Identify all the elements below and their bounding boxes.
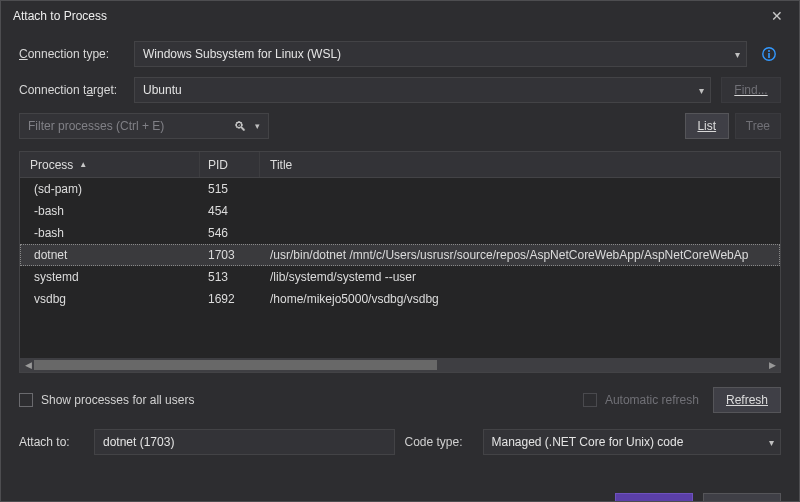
connection-target-combo[interactable]: Ubuntu ▾ xyxy=(134,77,711,103)
cell-process: -bash xyxy=(20,204,200,218)
cell-pid: 1703 xyxy=(200,248,260,262)
cell-title: /lib/systemd/systemd --user xyxy=(260,270,780,284)
title-bar: Attach to Process ✕ xyxy=(1,1,799,31)
scroll-thumb[interactable] xyxy=(34,360,437,370)
view-tree-button: Tree xyxy=(735,113,781,139)
search-icon[interactable]: 🔍︎ xyxy=(230,119,250,134)
process-table: Process ▲ PID Title (sd-pam)515-bash454-… xyxy=(19,151,781,373)
window-title: Attach to Process xyxy=(13,9,107,23)
cell-pid: 513 xyxy=(200,270,260,284)
cell-process: systemd xyxy=(20,270,200,284)
table-row[interactable]: vsdbg1692/home/mikejo5000/vsdbg/vsdbg xyxy=(20,288,780,310)
info-icon[interactable] xyxy=(757,42,781,66)
view-list-button[interactable]: List xyxy=(685,113,729,139)
connection-target-row: Connection target: Ubuntu ▾ Find... xyxy=(19,77,781,103)
attach-to-label: Attach to: xyxy=(19,435,84,449)
col-header-process[interactable]: Process ▲ xyxy=(20,152,200,177)
chevron-down-icon: ▾ xyxy=(699,85,704,96)
close-button[interactable]: ✕ xyxy=(763,5,791,27)
cell-process: dotnet xyxy=(20,248,200,262)
code-type-combo[interactable]: Managed (.NET Core for Unix) code ▾ xyxy=(483,429,782,455)
chevron-down-icon: ▾ xyxy=(769,437,774,448)
cell-process: -bash xyxy=(20,226,200,240)
table-row[interactable]: systemd513/lib/systemd/systemd --user xyxy=(20,266,780,288)
checkbox-icon xyxy=(19,393,33,407)
scroll-track[interactable] xyxy=(34,360,766,370)
filter-input[interactable]: Filter processes (Ctrl + E) 🔍︎ ▾ xyxy=(19,113,269,139)
connection-type-value: Windows Subsystem for Linux (WSL) xyxy=(143,47,341,61)
options-row: Show processes for all users Automatic r… xyxy=(19,387,781,413)
attach-to-row: Attach to: dotnet (1703) Code type: Mana… xyxy=(19,429,781,455)
table-body: (sd-pam)515-bash454-bash546dotnet1703/us… xyxy=(20,178,780,358)
table-row[interactable]: (sd-pam)515 xyxy=(20,178,780,200)
filter-placeholder: Filter processes (Ctrl + E) xyxy=(28,119,230,133)
col-header-pid[interactable]: PID xyxy=(200,152,260,177)
table-row[interactable]: -bash546 xyxy=(20,222,780,244)
connection-target-label: Connection target: xyxy=(19,83,124,97)
cell-process: (sd-pam) xyxy=(20,182,200,196)
sort-asc-icon: ▲ xyxy=(79,160,87,169)
cell-title: /home/mikejo5000/vsdbg/vsdbg xyxy=(260,292,780,306)
chevron-down-icon[interactable]: ▾ xyxy=(250,121,264,131)
show-all-users-checkbox[interactable]: Show processes for all users xyxy=(19,393,194,407)
svg-rect-2 xyxy=(768,53,770,58)
code-type-label: Code type: xyxy=(405,435,473,449)
cell-pid: 515 xyxy=(200,182,260,196)
connection-type-label: Connection type: xyxy=(19,47,124,61)
close-icon: ✕ xyxy=(771,8,783,24)
svg-point-1 xyxy=(768,50,770,52)
table-row[interactable]: dotnet1703/usr/bin/dotnet /mnt/c/Users/u… xyxy=(20,244,780,266)
checkbox-icon xyxy=(583,393,597,407)
refresh-button[interactable]: Refresh xyxy=(713,387,781,413)
dialog-footer: Report a problem Attach Cancel xyxy=(19,493,781,502)
table-row[interactable]: -bash454 xyxy=(20,200,780,222)
table-header: Process ▲ PID Title xyxy=(20,152,780,178)
filter-row: Filter processes (Ctrl + E) 🔍︎ ▾ List Tr… xyxy=(19,113,781,139)
attach-to-input[interactable]: dotnet (1703) xyxy=(94,429,395,455)
connection-type-combo[interactable]: Windows Subsystem for Linux (WSL) ▾ xyxy=(134,41,747,67)
chevron-down-icon: ▾ xyxy=(735,49,740,60)
cancel-button[interactable]: Cancel xyxy=(703,493,781,502)
connection-type-row: Connection type: Windows Subsystem for L… xyxy=(19,41,781,67)
scroll-right-icon[interactable]: ▶ xyxy=(766,360,778,370)
scroll-left-icon[interactable]: ◀ xyxy=(22,360,34,370)
find-button: Find... xyxy=(721,77,781,103)
horizontal-scrollbar[interactable]: ◀ ▶ xyxy=(20,358,780,372)
connection-target-value: Ubuntu xyxy=(143,83,182,97)
col-header-title[interactable]: Title xyxy=(260,152,780,177)
cell-pid: 546 xyxy=(200,226,260,240)
cell-pid: 454 xyxy=(200,204,260,218)
cell-process: vsdbg xyxy=(20,292,200,306)
attach-button[interactable]: Attach xyxy=(615,493,693,502)
cell-title: /usr/bin/dotnet /mnt/c/Users/usrusr/sour… xyxy=(260,248,780,262)
cell-pid: 1692 xyxy=(200,292,260,306)
auto-refresh-checkbox: Automatic refresh xyxy=(583,393,699,407)
